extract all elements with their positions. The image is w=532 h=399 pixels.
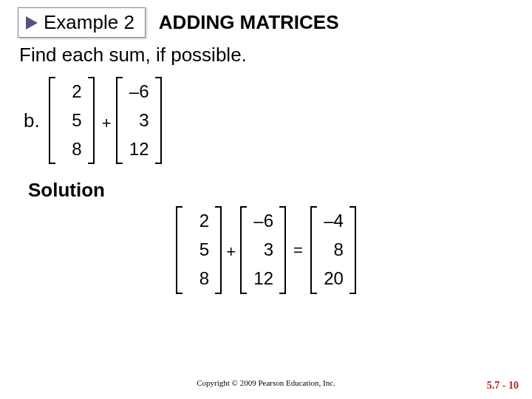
matrix-b: –6 3 12 bbox=[116, 77, 162, 164]
plus-operator: + bbox=[102, 114, 112, 133]
svg-marker-0 bbox=[26, 16, 38, 30]
cell: 12 bbox=[253, 268, 273, 290]
sol-matrix-b: –6 3 12 bbox=[240, 206, 286, 293]
part-label: b. bbox=[24, 109, 40, 132]
example-badge: Example 2 bbox=[18, 7, 146, 38]
cell: 5 bbox=[61, 110, 82, 132]
cell: 5 bbox=[188, 239, 209, 261]
cell: 3 bbox=[253, 239, 273, 261]
cell: 3 bbox=[129, 110, 149, 132]
solution-row: 2 5 8 + –6 3 12 = –4 8 20 bbox=[0, 202, 532, 293]
copyright-text: Copyright © 2009 Pearson Education, Inc. bbox=[0, 378, 532, 387]
sol-matrix-a: 2 5 8 bbox=[176, 206, 222, 293]
solution-heading: Solution bbox=[0, 164, 532, 202]
example-label: Example 2 bbox=[44, 11, 134, 34]
cell: 8 bbox=[61, 139, 82, 160]
cell: 8 bbox=[323, 239, 344, 261]
plus-operator: + bbox=[222, 242, 240, 262]
cell: –4 bbox=[323, 211, 344, 232]
cell: 20 bbox=[323, 268, 344, 290]
instruction-text: Find each sum, if possible. bbox=[0, 38, 532, 66]
cell: 12 bbox=[129, 139, 149, 160]
matrix-a: 2 5 8 bbox=[49, 77, 95, 164]
cell: –6 bbox=[129, 81, 149, 103]
slide-number: 5.7 - 10 bbox=[487, 380, 519, 392]
header-row: Example 2 ADDING MATRICES bbox=[0, 0, 532, 38]
cell: 8 bbox=[188, 268, 209, 290]
triangle-icon bbox=[24, 15, 39, 31]
problem-row: b. 2 5 8 + –6 3 12 bbox=[0, 66, 532, 164]
cell: 2 bbox=[188, 211, 209, 232]
cell: 2 bbox=[61, 81, 82, 103]
page-title: ADDING MATRICES bbox=[159, 11, 339, 34]
sol-matrix-c: –4 8 20 bbox=[310, 206, 356, 293]
cell: –6 bbox=[253, 211, 273, 232]
equals-operator: = bbox=[286, 241, 310, 260]
